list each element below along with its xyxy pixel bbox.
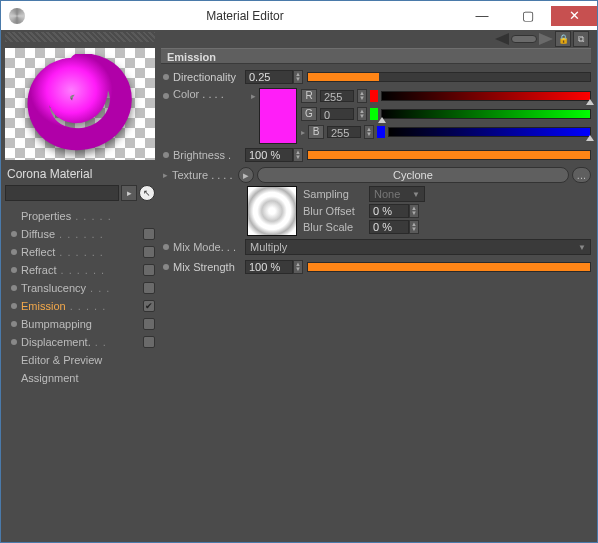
blur-scale-spinner[interactable]: ▲▼ (409, 220, 419, 234)
property-checkbox[interactable] (143, 228, 155, 240)
property-label: Emission . . . . . (21, 300, 143, 312)
r-channel-button[interactable]: R (301, 89, 317, 103)
lock-icon[interactable]: 🔒 (555, 31, 571, 47)
property-label: Reflect . . . . . . (21, 246, 143, 258)
mix-mode-label: Mix Mode. . . (173, 241, 245, 253)
property-label: Translucency . . . (21, 282, 143, 294)
property-bullet (11, 321, 17, 327)
param-bullet (163, 93, 169, 99)
color-swatch[interactable] (259, 88, 297, 144)
property-checkbox[interactable] (143, 282, 155, 294)
minimize-button[interactable]: — (459, 6, 505, 26)
brightness-slider[interactable] (307, 150, 591, 160)
property-row-assignment[interactable]: Assignment (5, 369, 155, 387)
mix-mode-dropdown[interactable]: Multiply▼ (245, 239, 591, 255)
mix-strength-spinner[interactable]: ▲▼ (293, 260, 303, 274)
property-checkbox[interactable] (143, 336, 155, 348)
property-bullet (11, 267, 17, 273)
history-fwd-icon[interactable] (539, 33, 553, 45)
material-name: Corona Material (1, 164, 159, 183)
r-slider[interactable] (381, 91, 591, 101)
brightness-spinner[interactable]: ▲▼ (293, 148, 303, 162)
directionality-slider[interactable] (307, 72, 591, 82)
property-label: Displacement. . . (21, 336, 143, 348)
maximize-button[interactable]: ▢ (505, 6, 551, 26)
directionality-spinner[interactable]: ▲▼ (293, 70, 303, 84)
new-tab-icon[interactable]: ⧉ (573, 31, 589, 47)
picker-icon[interactable]: ↖ (139, 185, 155, 201)
sampling-dropdown[interactable]: None▼ (369, 186, 425, 202)
param-bullet (163, 152, 169, 158)
directionality-input[interactable]: 0.25 (245, 70, 293, 84)
r-spinner[interactable]: ▲▼ (357, 89, 367, 103)
history-back-icon[interactable] (495, 33, 509, 45)
property-checkbox[interactable] (143, 246, 155, 258)
r-chip (370, 90, 378, 102)
property-label: Assignment (21, 372, 155, 384)
history-slider[interactable] (511, 35, 537, 43)
mix-strength-input[interactable]: 100 % (245, 260, 293, 274)
property-row-emission[interactable]: Emission . . . . .✔ (5, 297, 155, 315)
color-label: Color . . . . (173, 88, 245, 100)
g-spinner[interactable]: ▲▼ (357, 107, 367, 121)
property-bullet (11, 249, 17, 255)
section-header: Emission (161, 48, 591, 64)
brightness-input[interactable]: 100 % (245, 148, 293, 162)
directionality-label: Directionality (173, 71, 245, 83)
property-label: Refract . . . . . . (21, 264, 143, 276)
blur-scale-input[interactable]: 0 % (369, 220, 409, 234)
left-panel: Corona Material ▸ ↖ Properties . . . . .… (1, 30, 159, 542)
property-checkbox[interactable] (143, 264, 155, 276)
b-spinner[interactable]: ▲▼ (364, 125, 374, 139)
history-dropdown-icon[interactable]: ▸ (121, 185, 137, 201)
color-more-icon[interactable]: ▸ (301, 128, 305, 137)
b-channel-button[interactable]: B (308, 125, 324, 139)
window-title: Material Editor (31, 9, 459, 23)
property-label: Properties . . . . . (21, 210, 155, 222)
g-chip (370, 108, 378, 120)
property-row-refract[interactable]: Refract . . . . . . (5, 261, 155, 279)
g-channel-button[interactable]: G (301, 107, 317, 121)
search-input[interactable] (5, 185, 119, 201)
property-row-properties[interactable]: Properties . . . . . (5, 207, 155, 225)
property-label: Diffuse . . . . . . (21, 228, 143, 240)
mix-strength-label: Mix Strength (173, 261, 245, 273)
color-expand-icon[interactable]: ▸ (251, 91, 256, 101)
blur-offset-spinner[interactable]: ▲▼ (409, 204, 419, 218)
blur-offset-label: Blur Offset (303, 205, 363, 217)
texture-name-button[interactable]: Cyclone (257, 167, 569, 183)
b-value-input[interactable]: 255 (327, 126, 361, 138)
g-value-input[interactable]: 0 (320, 108, 354, 120)
property-bullet (11, 285, 17, 291)
drag-handle[interactable] (5, 32, 155, 42)
property-bullet (11, 303, 17, 309)
property-row-diffuse[interactable]: Diffuse . . . . . . (5, 225, 155, 243)
property-row-displacement-[interactable]: Displacement. . . (5, 333, 155, 351)
property-row-reflect[interactable]: Reflect . . . . . . (5, 243, 155, 261)
property-bullet (11, 231, 17, 237)
property-row-editor-preview[interactable]: Editor & Preview (5, 351, 155, 369)
mix-strength-slider[interactable] (307, 262, 591, 272)
right-panel: 🔒 ⧉ Emission Directionality 0.25 ▲▼ Colo… (159, 30, 597, 542)
material-preview[interactable] (5, 48, 155, 160)
property-row-bumpmapping[interactable]: Bumpmapping (5, 315, 155, 333)
property-checkbox[interactable] (143, 318, 155, 330)
property-list: Properties . . . . .Diffuse . . . . . .R… (1, 207, 159, 387)
g-slider[interactable] (381, 109, 591, 119)
property-label: Bumpmapping (21, 318, 143, 330)
texture-expand-icon[interactable]: ▸ (163, 170, 168, 180)
property-label: Editor & Preview (21, 354, 155, 366)
texture-browse-button[interactable]: ... (572, 167, 591, 183)
sampling-label: Sampling (303, 188, 363, 200)
texture-thumbnail[interactable] (247, 186, 297, 236)
texture-label: Texture . . . . (172, 169, 238, 181)
titlebar: Material Editor — ▢ ✕ (1, 1, 597, 30)
property-checkbox[interactable]: ✔ (143, 300, 155, 312)
property-row-translucency[interactable]: Translucency . . . (5, 279, 155, 297)
b-slider[interactable] (388, 127, 591, 137)
texture-history-icon[interactable]: ▸ (238, 167, 254, 183)
r-value-input[interactable]: 255 (320, 90, 354, 102)
close-button[interactable]: ✕ (551, 6, 597, 26)
property-bullet (11, 339, 17, 345)
blur-offset-input[interactable]: 0 % (369, 204, 409, 218)
